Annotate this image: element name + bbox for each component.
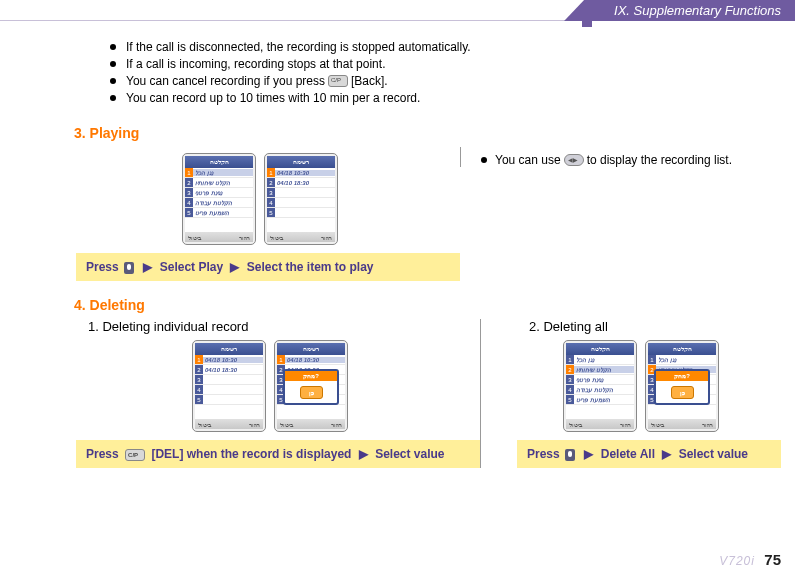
bullet-icon [110, 78, 116, 84]
playing-instruction: Press ▶ Select Play ▶ Select the item to… [76, 253, 460, 281]
popup-title: מחק? [285, 371, 337, 381]
subsection-4-1-title: 1. Deleting individual record [88, 319, 480, 334]
softkey-left: ביטול [188, 234, 201, 241]
phone-screen-popup: הקלטה 1נגן הכל 2הקלט שיחותיו 3נגינת פרטנ… [645, 340, 719, 432]
bullet-icon [110, 95, 116, 101]
press-label: Press [527, 447, 560, 461]
phone-screen: הקלטה 1נגן הכל 2הקלט שיחותיו 3נגינת פרטנ… [182, 153, 256, 245]
phone-screen: הקלטה 1נגן הכל 2הקלט שיחותיו 3נגינת פרטנ… [563, 340, 637, 432]
softkey-right: חזור [321, 234, 332, 241]
phone-screen: רשימה 104/18 10:30 204/10 18:30 3 4 5 בי… [192, 340, 266, 432]
intro-bullets: If the call is disconnected, the recordi… [110, 40, 781, 105]
page-footer: V720i 75 [719, 551, 781, 568]
nav-key-icon [564, 154, 584, 166]
confirm-popup: מחק? כן [283, 369, 339, 405]
phone-title: רשימה [195, 343, 263, 355]
clear-key-icon [328, 75, 348, 87]
bullet-text-pre: You can cancel recording if you press [126, 74, 325, 88]
list-item: 04/18 10:30 [203, 357, 263, 363]
phone-screen-popup: רשימה 104/18 10:30 204/10 18:30 3 4 5 בי… [274, 340, 348, 432]
bullet-item: You can cancel recording if you press [B… [110, 74, 781, 88]
phone-screen: רשימה 104/18 10:30 204/10 18:30 3 4 5 בי… [264, 153, 338, 245]
record-key-icon [565, 449, 575, 461]
note-pre: You can use [495, 153, 561, 167]
softkey-left: ביטול [270, 234, 283, 241]
step-text: Select Play [160, 260, 223, 274]
menu-item: נגן הכל [193, 169, 253, 176]
popup-confirm-button: כן [671, 386, 694, 399]
deleting-1-instruction: Press [DEL] when the record is displayed… [76, 440, 480, 468]
phone-title: הקלטה [566, 343, 634, 355]
menu-item: השמעת פריט [193, 209, 253, 216]
deleting-2-screenshots: הקלטה 1נגן הכל 2הקלט שיחותיו 3נגינת פרטנ… [501, 340, 781, 432]
menu-item: נגינת פרטני [193, 189, 253, 196]
header-tabs: IX. Supplementary Functions [584, 0, 795, 21]
bullet-text: If the call is disconnected, the recordi… [126, 40, 471, 54]
section-4-title: 4. Deleting [74, 297, 781, 313]
bullet-icon [110, 44, 116, 50]
page-number: 75 [764, 551, 781, 568]
step-text: Select value [375, 447, 444, 461]
bullet-item: If the call is disconnected, the recordi… [110, 40, 781, 54]
menu-item: הקלט שיחותיו [193, 179, 253, 186]
softkey-right: חזור [239, 234, 250, 241]
deleting-1-screenshots: רשימה 104/18 10:30 204/10 18:30 3 4 5 בי… [60, 340, 480, 432]
bullet-icon [481, 157, 487, 163]
step-text: Delete All [601, 447, 655, 461]
menu-item: הקלטת עבודה [193, 199, 253, 206]
arrow-icon: ▶ [662, 445, 671, 463]
popup-confirm-button: כן [300, 386, 323, 399]
model-label: V720i [719, 554, 755, 568]
step-text: Select the item to play [247, 260, 374, 274]
list-item: 04/18 10:30 [275, 170, 335, 176]
press-label: Press [86, 260, 119, 274]
phone-title: רשימה [267, 156, 335, 168]
list-item: 04/10 18:30 [203, 367, 263, 373]
bullet-icon [110, 61, 116, 67]
bullet-text-post: [Back]. [351, 74, 388, 88]
chapter-tab: IX. Supplementary Functions [584, 0, 795, 21]
press-label: Press [86, 447, 119, 461]
record-key-icon [124, 262, 134, 274]
list-item: 04/10 18:30 [275, 180, 335, 186]
note-post: to display the recording list. [587, 153, 732, 167]
playing-note: You can use to display the recording lis… [481, 153, 781, 167]
arrow-icon: ▶ [143, 258, 152, 276]
bullet-item: If a call is incoming, recording stops a… [110, 57, 781, 71]
bullet-text: If a call is incoming, recording stops a… [126, 57, 385, 71]
arrow-icon: ▶ [359, 445, 368, 463]
bullet-item: You can record up to 10 times with 10 mi… [110, 91, 781, 105]
popup-title: מחק? [656, 371, 708, 381]
del-key-icon [125, 449, 145, 461]
phone-title: הקלטה [185, 156, 253, 168]
step-text: Select value [679, 447, 748, 461]
bullet-text: You can record up to 10 times with 10 mi… [126, 91, 420, 105]
playing-screenshots: הקלטה 1נגן הכל 2הקלט שיחותיו 3נגינת פרטנ… [60, 153, 460, 245]
deleting-2-instruction: Press ▶ Delete All ▶ Select value [517, 440, 781, 468]
step-text: [DEL] when the record is displayed [151, 447, 351, 461]
arrow-icon: ▶ [584, 445, 593, 463]
subsection-4-2-title: 2. Deleting all [529, 319, 781, 334]
confirm-popup: מחק? כן [654, 369, 710, 405]
section-3-title: 3. Playing [74, 125, 781, 141]
arrow-icon: ▶ [230, 258, 239, 276]
